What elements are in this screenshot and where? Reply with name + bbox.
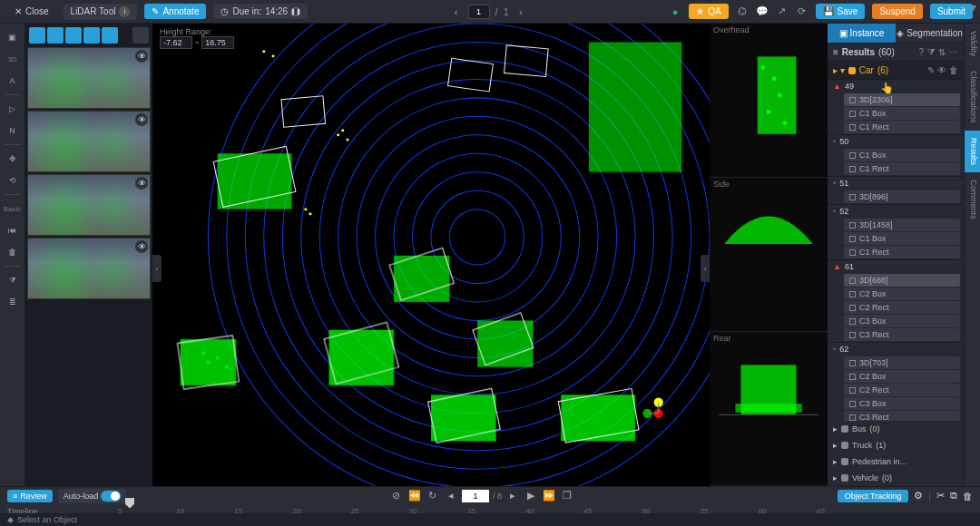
tool-rotate-icon[interactable]: ⟲: [3, 170, 23, 190]
link-icon[interactable]: ⧉: [950, 490, 957, 502]
object-item[interactable]: C3 Box: [844, 315, 960, 327]
object-item[interactable]: C1 Rect: [844, 162, 960, 175]
object-item[interactable]: C2 Box: [844, 287, 960, 300]
lidar-tool-button[interactable]: LiDAR Tool i: [64, 4, 138, 20]
camera-thumb-1[interactable]: 👁: [27, 47, 151, 109]
rear-view[interactable]: Rear: [710, 332, 828, 486]
comment-icon[interactable]: 💬: [756, 5, 769, 18]
speed-icon[interactable]: ⊘: [389, 489, 404, 503]
side-view[interactable]: Side: [710, 178, 828, 332]
ffwd-icon[interactable]: ⏩: [542, 489, 556, 503]
object-item[interactable]: C2 Box: [844, 370, 960, 383]
qa-button[interactable]: ★ QA: [689, 4, 728, 19]
boxtool-eye[interactable]: [132, 27, 149, 44]
clone-icon[interactable]: ❐: [560, 489, 574, 503]
object-item[interactable]: C1 Rect: [844, 121, 960, 133]
object-item[interactable]: C2 Rect: [844, 301, 960, 314]
review-button[interactable]: ≡ Review: [7, 490, 53, 502]
object-header[interactable]: • 62: [828, 343, 964, 356]
prev-frame-icon[interactable]: ◂: [444, 489, 458, 503]
delete-icon[interactable]: 🗑: [949, 65, 958, 75]
vtab-classifications[interactable]: Classifications: [965, 63, 980, 131]
eye-icon[interactable]: 👁: [937, 65, 946, 75]
boxtool-3[interactable]: [65, 27, 82, 44]
object-header[interactable]: ▲ 49: [828, 80, 964, 93]
tool-text-icon[interactable]: A: [3, 71, 23, 91]
object-item[interactable]: C1 Rect: [844, 246, 960, 258]
tab-segmentation[interactable]: ◈ Segmentation: [896, 24, 964, 43]
timeline[interactable]: Timeline 5101520253035404550556065 ◆ Sel…: [0, 505, 980, 526]
visibility-icon[interactable]: 👁: [135, 113, 148, 126]
object-item[interactable]: 3D[1458]: [844, 219, 960, 231]
save-button[interactable]: 💾 Save: [816, 4, 866, 19]
play-icon[interactable]: ▶: [524, 489, 538, 503]
overhead-view[interactable]: Overhead: [710, 24, 828, 178]
object-list[interactable]: ▲ 49 3D[2306] C1 Box C1 Rect• 50 C1 Box …: [828, 80, 964, 421]
tool-play-icon[interactable]: ▷: [3, 99, 23, 119]
object-header[interactable]: ▲ 61: [828, 260, 964, 273]
boxtool-5[interactable]: [102, 27, 118, 44]
visibility-icon[interactable]: 👁: [135, 50, 148, 63]
gear-icon[interactable]: ⚙: [914, 490, 923, 502]
more-icon[interactable]: ⋯: [949, 47, 958, 58]
tool-move-icon[interactable]: ✥: [3, 149, 23, 169]
class-row[interactable]: ▸ Vehicle (0): [828, 470, 964, 486]
share-icon[interactable]: ↗: [776, 5, 789, 18]
tool-layers-icon[interactable]: ≣: [3, 292, 23, 312]
camera-thumb-3[interactable]: 👁: [27, 174, 151, 236]
vtab-comments[interactable]: Comments: [965, 172, 980, 227]
toggle-icon[interactable]: [101, 491, 121, 502]
due-timer[interactable]: ◷ Due in: 14:26 ❚❚: [213, 4, 308, 19]
suspend-button[interactable]: Suspend: [872, 4, 922, 19]
object-item[interactable]: C2 Rect: [844, 384, 960, 396]
vtab-results[interactable]: Results: [965, 131, 980, 172]
frame-input[interactable]: [462, 490, 489, 502]
height-min-input[interactable]: [160, 36, 192, 49]
object-header[interactable]: • 50: [828, 135, 964, 148]
edit-icon[interactable]: ✎: [927, 65, 935, 75]
boxtool-1[interactable]: [29, 27, 45, 44]
height-max-input[interactable]: [201, 36, 234, 49]
object-item[interactable]: 3D[688]: [844, 274, 960, 287]
submit-button[interactable]: Submit: [930, 4, 973, 19]
lidar-viewport[interactable]: ‹ › Height Range: ~: [152, 24, 710, 486]
object-item[interactable]: C3 Rect: [844, 411, 960, 421]
trash-icon[interactable]: 🗑: [963, 491, 973, 502]
sort-icon[interactable]: ⇅: [938, 47, 946, 58]
object-item[interactable]: 3D[896]: [844, 190, 960, 203]
loop-icon[interactable]: ↻: [426, 489, 440, 503]
autoload-toggle[interactable]: Auto-load: [58, 489, 127, 503]
object-item[interactable]: C1 Box: [844, 232, 960, 245]
page-input[interactable]: [468, 5, 490, 19]
object-tracking-button[interactable]: Object Tracking: [838, 490, 909, 502]
collapse-left-icon[interactable]: ‹: [152, 255, 162, 282]
tool-cube-icon[interactable]: ▣: [3, 27, 23, 47]
class-row[interactable]: ▸ Truck (1): [828, 437, 964, 453]
camera-thumb-4[interactable]: 👁: [27, 238, 151, 299]
object-header[interactable]: • 52: [828, 205, 964, 218]
tool-trash-icon[interactable]: 🗑: [3, 242, 23, 262]
chevron-right-icon[interactable]: ›: [514, 5, 527, 18]
rewind-icon[interactable]: ⏪: [407, 489, 422, 503]
object-item[interactable]: 3D[2306]: [844, 93, 960, 106]
visibility-icon[interactable]: 👁: [135, 177, 148, 190]
annotate-button[interactable]: ✎ Annotate: [144, 4, 206, 19]
filter-icon[interactable]: ⧩: [969, 4, 976, 15]
cut-icon[interactable]: ✂: [936, 490, 945, 502]
camera-thumb-2[interactable]: 👁: [27, 111, 151, 172]
vtab-validity[interactable]: Validity: [965, 24, 980, 63]
object-header[interactable]: • 51: [828, 177, 964, 190]
boxtool-2[interactable]: [47, 27, 64, 44]
tool-step-icon[interactable]: ⏮: [3, 220, 23, 240]
tool-filter-icon[interactable]: ⧩: [3, 270, 23, 290]
collapse-right-icon[interactable]: ›: [701, 255, 710, 282]
class-row[interactable]: ▸ Pedestrian in...: [828, 453, 964, 470]
filter-icon[interactable]: ⧩: [927, 47, 935, 58]
tool-n-icon[interactable]: N: [3, 121, 23, 141]
chevron-left-icon[interactable]: ‹: [450, 5, 463, 18]
help-icon[interactable]: ?: [918, 47, 924, 58]
next-frame-icon[interactable]: ▸: [505, 489, 520, 503]
object-item[interactable]: C3 Box: [844, 397, 960, 410]
boxtool-4[interactable]: [83, 27, 100, 44]
class-row[interactable]: ▸ Bus (0): [828, 421, 964, 437]
